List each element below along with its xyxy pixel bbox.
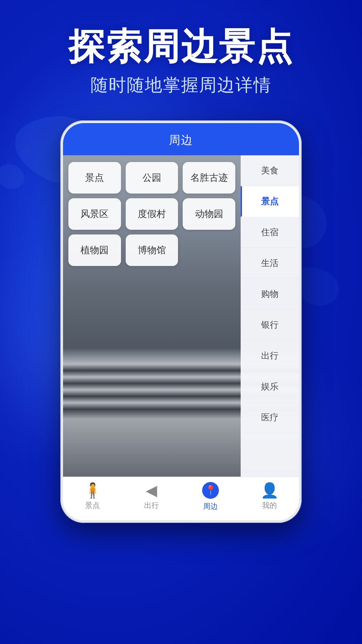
main-title: 探索周边景点 [20,27,342,67]
tab-bar: 🧍 景点 ◀ 出行 📍 周边 👤 我的 [63,477,299,520]
sidebar-meishi[interactable]: 美食 [241,155,299,186]
sidebar-jingdian[interactable]: 景点 [241,186,299,217]
tab-wode[interactable]: 👤 我的 [240,483,299,514]
category-dongwuyuan[interactable]: 动物园 [183,198,235,230]
tab-jingdian-label: 景点 [85,500,100,511]
tab-zhoubian[interactable]: 📍 周边 [181,482,240,515]
active-indicator [241,186,242,217]
category-jingdian[interactable]: 景点 [68,162,121,194]
tab-wode-label: 我的 [262,500,277,511]
category-gongyuan[interactable]: 公园 [126,162,178,194]
category-fengjingqu[interactable]: 风景区 [68,198,121,230]
tab-jingdian[interactable]: 🧍 景点 [63,483,122,514]
category-main: 景点 公园 名胜古迹 风景区 度假村 动物园 植物园 博物馆 [63,155,241,477]
category-mingsheng[interactable]: 名胜古迹 [183,162,235,194]
sidebar-yule[interactable]: 娱乐 [241,371,299,402]
category-dujiacun[interactable]: 度假村 [126,198,178,230]
sidebar-yiliao[interactable]: 医疗 [241,402,299,433]
sidebar-yinhang[interactable]: 银行 [241,310,299,340]
sidebar-zhushu[interactable]: 住宿 [241,217,299,248]
right-sidebar: 美食 景点 住宿 生活 购物 银行 出行 娱乐 医疗 [241,155,299,477]
tab-zhoubian-icon: 📍 [202,482,219,499]
phone-container: 周边 景点 公园 名胜古迹 风景区 度假村 动物园 植物园 博物馆 [0,120,362,523]
sidebar-gouwu[interactable]: 购物 [241,279,299,310]
sidebar-shenghuo[interactable]: 生活 [241,248,299,279]
tab-chuxing[interactable]: ◀ 出行 [122,483,181,514]
app-content: 景点 公园 名胜古迹 风景区 度假村 动物园 植物园 博物馆 美食 [63,155,299,477]
header-section: 探索周边景点 随时随地掌握周边详情 [0,0,362,110]
phone-screen: 周边 景点 公园 名胜古迹 风景区 度假村 动物园 植物园 博物馆 [63,123,299,520]
category-bowuguan[interactable]: 博物馆 [126,234,178,266]
tab-wode-icon: 👤 [260,483,279,498]
app-header: 周边 [63,123,299,155]
sidebar-chuxing[interactable]: 出行 [241,340,299,371]
tab-zhoubian-label: 周边 [203,501,218,512]
app-header-title: 周边 [63,132,299,148]
tab-chuxing-label: 出行 [144,500,159,511]
category-grid: 景点 公园 名胜古迹 风景区 度假村 动物园 植物园 博物馆 [68,162,235,266]
tab-chuxing-icon: ◀ [146,483,157,498]
phone-mockup: 周边 景点 公园 名胜古迹 风景区 度假村 动物园 植物园 博物馆 [60,120,302,523]
tab-jingdian-icon: 🧍 [83,483,102,498]
category-zhiwuyuan[interactable]: 植物园 [68,234,121,266]
sub-title: 随时随地掌握周边详情 [20,73,342,97]
